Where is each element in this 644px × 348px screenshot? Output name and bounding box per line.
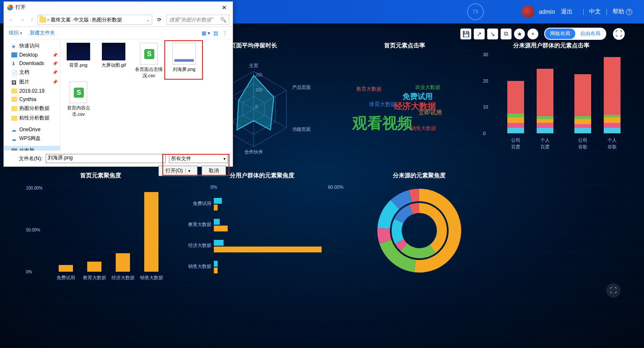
sidebar-wps[interactable]: ☁WPS网盘: [4, 134, 60, 143]
file-item[interactable]: 首页内容点击.csv: [62, 81, 95, 117]
nav-back-icon[interactable]: ←: [7, 16, 16, 23]
filename-input[interactable]: 刘海屏.png: [46, 154, 166, 163]
save-icon[interactable]: 💾: [460, 29, 471, 39]
layout-toggle[interactable]: 网格布局 自由布局: [544, 28, 606, 40]
file-item[interactable]: 背景.png: [62, 43, 95, 79]
help-icon[interactable]: ?: [626, 9, 632, 15]
help-link[interactable]: 帮助: [613, 8, 624, 16]
svg-text:产品页面: 产品页面: [292, 85, 311, 90]
stackbar-panel: 分来源用户群体的元素点击率 0102030公司百度个人百度公司谷歌个人谷歌: [478, 42, 625, 155]
filename-label: 文件名(N):: [9, 155, 42, 162]
import-icon[interactable]: ↘: [487, 29, 498, 39]
fullscreen-icon[interactable]: ⛶: [613, 28, 625, 40]
hbar-panel: 分用户群体的元素聚焦度 0%60.00%免费试用教育大数据经济大数据销售大数据: [184, 172, 340, 289]
panel-fullscreen-icon[interactable]: ⛶: [606, 283, 621, 298]
sidebar: ★快速访问 Desktop📌 ⬇Downloads📌 📄文档📌 🖼图片📌 201…: [4, 39, 60, 151]
lang-toggle[interactable]: 中文: [589, 8, 601, 16]
file-item-selected[interactable]: 刘海屏.png: [168, 43, 200, 79]
copy-icon[interactable]: ⧉: [501, 29, 512, 39]
cancel-button[interactable]: 取消: [202, 166, 226, 176]
file-open-dialog: 打开 ✕ ← → ↑ « 最终文案› 中文版› 热图分析数据 ⌄ ⟳ 搜索"热图…: [3, 1, 233, 167]
export-icon[interactable]: ↗: [474, 29, 485, 39]
sidebar-folder-1[interactable]: 2019.02.19: [4, 87, 60, 95]
wordcloud-panel: 首页元素点击率 观看视频 经济大数据 免费试用 立即试用 体育大数据 农业大数据…: [340, 42, 470, 151]
header-badge: 73: [467, 3, 484, 20]
bar1-chart: 0%50.00%100.00%免费试用教育大数据经济大数据销售大数据: [50, 184, 176, 281]
svg-text:功能页面: 功能页面: [292, 127, 311, 132]
sidebar-folder-4[interactable]: 粘性分析数据: [4, 113, 60, 123]
chrome-icon: [7, 5, 13, 10]
svg-text:合作伙伴: 合作伙伴: [244, 149, 263, 154]
view-icon[interactable]: ▦ ▾: [202, 30, 210, 36]
file-item[interactable]: 大屏动图.gif: [97, 43, 130, 79]
search-input[interactable]: 搜索"热图分析数据"🔍: [166, 15, 229, 25]
sidebar-desktop[interactable]: Desktop📌: [4, 51, 60, 59]
breadcrumb[interactable]: « 最终文案› 中文版› 热图分析数据 ⌄: [37, 15, 152, 25]
newfolder-button[interactable]: 新建文件夹: [30, 29, 55, 36]
free-layout-btn[interactable]: 自由布局: [575, 29, 605, 39]
dlg-help-icon[interactable]: ❔: [221, 30, 228, 36]
svg-text:100: 100: [255, 88, 262, 92]
file-grid: 背景.png 大屏动图.gif 各页面点击情况.csv 刘海屏.png 首页内容…: [60, 39, 233, 151]
dialog-title: 打开: [16, 4, 26, 11]
organize-menu[interactable]: 组织: [9, 29, 22, 36]
donut-title: 分来源的元素聚焦度: [348, 172, 491, 179]
svg-text:主页: 主页: [249, 63, 258, 68]
stackbar-title: 分来源用户群体的元素点击率: [478, 42, 625, 49]
sidebar-pics[interactable]: 🖼图片📌: [4, 77, 60, 87]
star-icon[interactable]: ★: [514, 29, 525, 39]
refresh-icon[interactable]: ⟳: [155, 17, 164, 23]
viewlist-icon[interactable]: ▤: [213, 30, 218, 36]
add-icon[interactable]: ＋: [527, 29, 538, 39]
username: admin: [539, 8, 555, 15]
svg-text:0: 0: [255, 104, 258, 109]
wordcloud-chart: 观看视频 经济大数据 免费试用 立即试用 体育大数据 农业大数据 教育大数据 销…: [340, 55, 470, 147]
donut-panel: 分来源的元素聚焦度: [348, 172, 491, 289]
sidebar-onedrive[interactable]: ☁OneDrive: [4, 125, 60, 134]
nav-fwd-icon[interactable]: →: [18, 16, 26, 23]
nav-up-icon[interactable]: ↑: [29, 16, 35, 23]
search-icon: 🔍: [220, 17, 226, 23]
folder-icon: [39, 17, 46, 23]
wordcloud-title: 首页元素点击率: [340, 42, 470, 49]
hbar-chart: 0%60.00%免费试用教育大数据经济大数据销售大数据: [214, 184, 340, 281]
svg-marker-9: [237, 75, 274, 130]
open-button[interactable]: 打开(O): [158, 166, 197, 176]
logout-link[interactable]: 退出: [561, 8, 573, 16]
sidebar-docs[interactable]: 📄文档📌: [4, 68, 60, 77]
avatar[interactable]: [522, 5, 534, 18]
svg-text:200: 200: [255, 73, 262, 77]
file-item[interactable]: 各页面点击情况.csv: [132, 43, 165, 79]
grid-layout-btn[interactable]: 网格布局: [545, 29, 575, 39]
donut-chart: [369, 184, 470, 277]
sidebar-folder-3[interactable]: 热图分析数据: [4, 104, 60, 113]
filetype-select[interactable]: 所有文件: [169, 154, 228, 163]
sidebar-downloads[interactable]: ⬇Downloads📌: [4, 59, 60, 68]
sidebar-folder-2[interactable]: Cynthia: [4, 95, 60, 104]
stackbar-chart: 0102030公司百度个人百度公司谷歌个人谷歌: [495, 55, 625, 143]
close-icon[interactable]: ✕: [219, 4, 229, 11]
bar1-panel: 首页元素聚焦度 0%50.00%100.00%免费试用教育大数据经济大数据销售大…: [25, 172, 176, 289]
sidebar-quick[interactable]: ★快速访问: [4, 41, 60, 51]
sidebar-thispc[interactable]: 此电脑: [4, 146, 60, 151]
dashboard-toolbar: 💾 ↗ ↘ ⧉ ★ ＋ 网格布局 自由布局 ⛶: [460, 28, 625, 40]
